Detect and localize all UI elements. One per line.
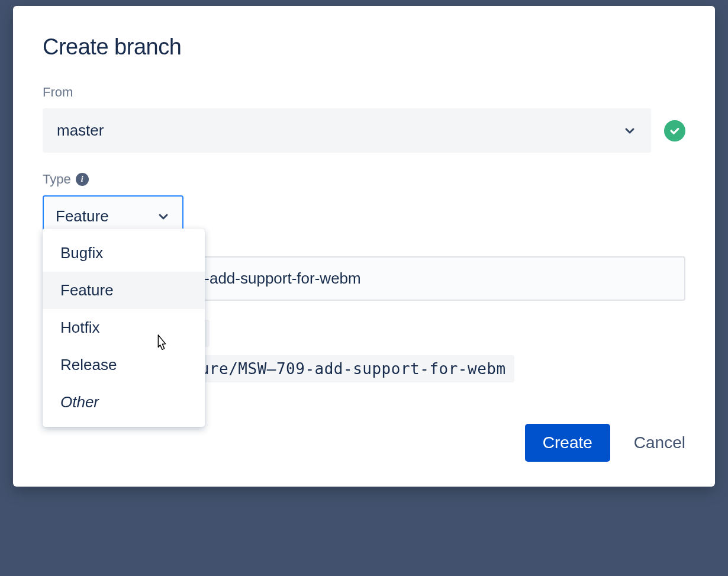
create-button[interactable]: Create <box>525 424 610 462</box>
type-option-release[interactable]: Release <box>43 346 205 384</box>
cancel-button[interactable]: Cancel <box>634 433 685 452</box>
type-value: Feature <box>56 207 109 226</box>
from-select[interactable]: master <box>43 108 651 153</box>
type-label: Type i <box>43 172 685 187</box>
create-branch-modal: Create branch From master Type i Feature <box>13 6 715 487</box>
from-field-group: From master <box>43 85 685 153</box>
info-icon[interactable]: i <box>76 173 89 186</box>
chevron-down-icon <box>623 124 637 138</box>
branch-name-input[interactable] <box>122 256 685 301</box>
modal-footer: Create Cancel <box>43 424 685 462</box>
chevron-down-icon <box>156 210 170 224</box>
type-option-feature[interactable]: Feature <box>43 272 205 309</box>
type-option-bugfix[interactable]: Bugfix <box>43 234 205 272</box>
type-dropdown-menu: BugfixFeatureHotfixReleaseOther <box>43 229 205 427</box>
type-field-group: Type i Feature BugfixFeatureHotfixReleas… <box>43 172 685 237</box>
create-ref: feature/MSW—709-add-support-for-webm <box>153 355 514 382</box>
success-badge <box>664 120 685 141</box>
type-option-other[interactable]: Other <box>43 384 205 421</box>
from-row: master <box>43 108 685 153</box>
modal-title: Create branch <box>43 34 685 60</box>
type-option-hotfix[interactable]: Hotfix <box>43 309 205 346</box>
from-value: master <box>57 121 104 140</box>
from-label: From <box>43 85 685 100</box>
